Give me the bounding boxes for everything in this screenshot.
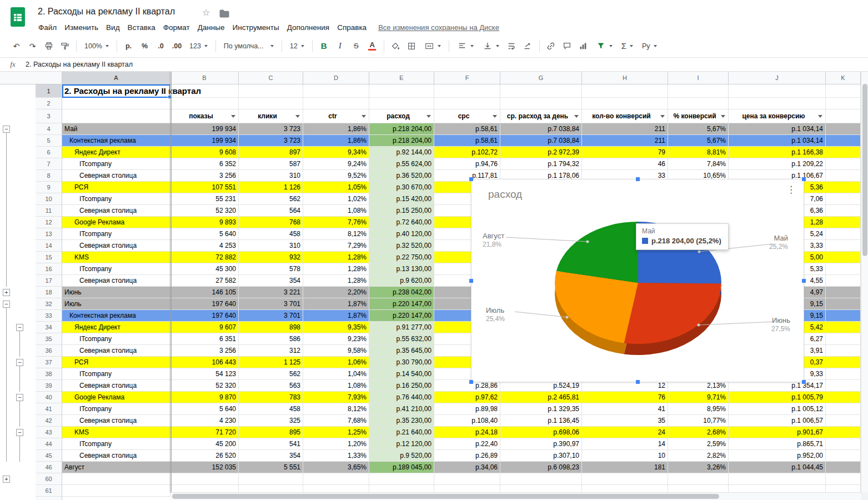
cell-A11[interactable]: Северная столица xyxy=(62,205,170,217)
cell-K4[interactable] xyxy=(826,123,861,135)
collapse-group-button-row-43[interactable]: − xyxy=(16,429,23,436)
cell-A17[interactable]: Северная столица xyxy=(62,275,170,287)
undo-button[interactable]: ↶ xyxy=(9,39,24,53)
row-header-43[interactable]: 43 xyxy=(36,427,62,438)
italic-button[interactable]: I xyxy=(333,39,348,53)
cell-A46[interactable]: Август xyxy=(62,462,170,473)
cell-D38[interactable]: 1,04% xyxy=(303,368,369,380)
collapse-group-button-row-37[interactable]: − xyxy=(16,359,23,366)
star-icon[interactable]: ☆ xyxy=(202,7,210,18)
cell-C45[interactable]: 354 xyxy=(239,450,303,462)
cell-B41[interactable]: 5 640 xyxy=(170,403,239,415)
cell-A12[interactable]: Google Реклама xyxy=(62,217,170,228)
cell-C60[interactable] xyxy=(239,473,303,485)
cell-E12[interactable]: р.72 640,00 xyxy=(369,217,434,228)
menu-tools[interactable]: Инструменты xyxy=(228,23,283,32)
cell-K46[interactable] xyxy=(826,462,861,473)
cell-K2[interactable] xyxy=(826,98,861,109)
cell-A61[interactable] xyxy=(62,485,170,497)
cell-G60[interactable] xyxy=(500,473,582,485)
column-header-J[interactable]: J xyxy=(729,72,826,84)
cell-E5[interactable]: р.218 204,00 xyxy=(369,135,434,147)
menu-edit[interactable]: Изменить xyxy=(61,23,102,32)
cell-E60[interactable] xyxy=(369,473,434,485)
cell-B35[interactable]: 6 351 xyxy=(170,333,239,345)
cell-G43[interactable]: р.698,06 xyxy=(500,427,582,438)
cell-D7[interactable]: 9,24% xyxy=(303,158,369,170)
text-color-button[interactable]: A xyxy=(365,39,380,53)
cell-E10[interactable]: р.15 420,00 xyxy=(369,193,434,205)
cell-E8[interactable]: р.36 520,00 xyxy=(369,170,434,182)
cell-I45[interactable]: 2,82% xyxy=(668,450,729,462)
collapse-group-button-row-4[interactable]: − xyxy=(3,126,10,133)
menu-file[interactable]: Файл xyxy=(34,23,61,32)
chart-resize-handle[interactable] xyxy=(802,279,806,283)
cell-J40[interactable]: р.1 005,79 xyxy=(729,392,826,403)
format-currency-button[interactable]: р. xyxy=(121,39,136,53)
cell-K5[interactable] xyxy=(826,135,861,147)
cell-H6[interactable]: 79 xyxy=(582,147,668,158)
cell-G45[interactable]: р.307,10 xyxy=(500,450,582,462)
text-rotate-button[interactable] xyxy=(520,39,535,53)
cell-H7[interactable]: 46 xyxy=(582,158,668,170)
cell-B38[interactable]: 54 123 xyxy=(170,368,239,380)
row-header-35[interactable]: 35 xyxy=(36,333,62,345)
cell-I4[interactable]: 5,67% xyxy=(668,123,729,135)
filter-icon[interactable] xyxy=(660,115,665,118)
chart-menu-icon[interactable]: ⋮ xyxy=(786,184,796,196)
row-header-40[interactable]: 40 xyxy=(36,392,62,403)
bold-button[interactable]: B xyxy=(317,39,332,53)
cell-D34[interactable]: 9,35% xyxy=(303,322,369,333)
cell-J2[interactable] xyxy=(729,98,826,109)
cell-A44[interactable]: ITcompany xyxy=(62,438,170,450)
cell-E1[interactable] xyxy=(369,84,434,98)
cell-I46[interactable]: 3,26% xyxy=(668,462,729,473)
cell-E41[interactable]: р.41 210,00 xyxy=(369,403,434,415)
cell-C44[interactable]: 541 xyxy=(239,438,303,450)
row-header-32[interactable]: 32 xyxy=(36,298,62,310)
cell-A4[interactable]: Май xyxy=(62,123,170,135)
cell-A18[interactable]: Июнь xyxy=(62,287,170,298)
cell-A41[interactable]: ITcompany xyxy=(62,403,170,415)
cell-B15[interactable]: 72 882 xyxy=(170,252,239,263)
embedded-chart[interactable]: расход ⋮ Август21,8% Июль25,4% Май25,2% … xyxy=(471,179,804,382)
column-header-A[interactable]: A xyxy=(62,72,170,84)
chart-resize-handle[interactable] xyxy=(636,177,640,181)
cell-C40[interactable]: 783 xyxy=(239,392,303,403)
cell-A40[interactable]: Google Реклама xyxy=(62,392,170,403)
cell-G40[interactable]: р.2 465,81 xyxy=(500,392,582,403)
chart-resize-handle[interactable] xyxy=(469,380,473,384)
cell-K39[interactable] xyxy=(826,380,861,392)
cell-K14[interactable] xyxy=(826,240,861,252)
cell-K13[interactable] xyxy=(826,228,861,240)
cell-E13[interactable]: р.40 120,00 xyxy=(369,228,434,240)
insert-link-button[interactable] xyxy=(544,39,559,53)
cell-G5[interactable]: р.7 038,84 xyxy=(500,135,582,147)
cell-D32[interactable]: 1,87% xyxy=(303,298,369,310)
row-header-13[interactable]: 13 xyxy=(36,228,62,240)
cell-D33[interactable]: 1,87% xyxy=(303,310,369,322)
cell-A37[interactable]: РСЯ xyxy=(62,357,170,368)
horizontal-align-button[interactable] xyxy=(453,39,478,53)
row-header-5[interactable]: 5 xyxy=(36,135,62,147)
menu-data[interactable]: Данные xyxy=(194,23,229,32)
folder-icon[interactable] xyxy=(219,9,230,21)
pie-slice-Июль[interactable] xyxy=(555,271,638,343)
cell-B3[interactable]: показы xyxy=(170,109,239,123)
filter-button[interactable] xyxy=(592,39,616,53)
select-all-corner[interactable] xyxy=(36,72,62,84)
cell-A33[interactable]: Контекстная реклама xyxy=(62,310,170,322)
cell-C42[interactable]: 325 xyxy=(239,415,303,427)
row-header-11[interactable]: 11 xyxy=(36,205,62,217)
cell-K1[interactable] xyxy=(826,84,861,98)
cell-J60[interactable] xyxy=(729,473,826,485)
cell-J5[interactable]: р.1 034,14 xyxy=(729,135,826,147)
cell-H1[interactable] xyxy=(582,84,668,98)
cell-E42[interactable]: р.35 230,00 xyxy=(369,415,434,427)
cell-D60[interactable] xyxy=(303,473,369,485)
cell-I60[interactable] xyxy=(668,473,729,485)
cell-C12[interactable]: 768 xyxy=(239,217,303,228)
cell-E2[interactable] xyxy=(369,98,434,109)
row-header-33[interactable]: 33 xyxy=(36,310,62,322)
cell-C37[interactable]: 1 125 xyxy=(239,357,303,368)
